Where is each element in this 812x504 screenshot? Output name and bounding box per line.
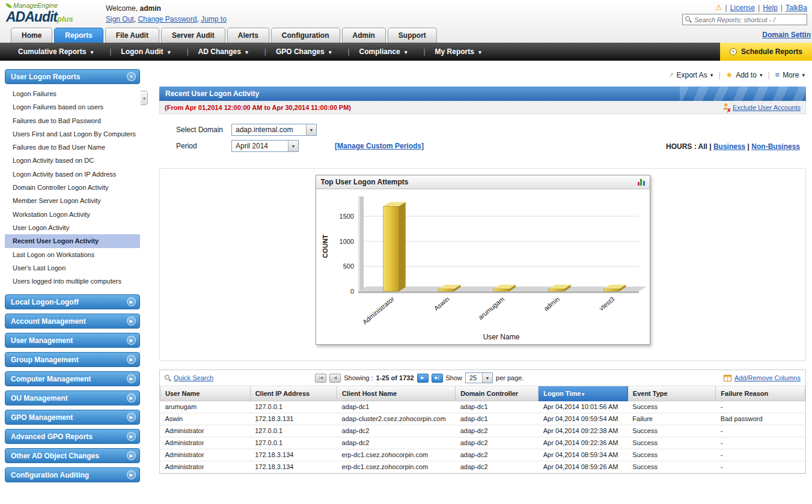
sidebar-item-user-logon-activity[interactable]: User Logon Activity [5,221,140,234]
next-page-button[interactable]: ▶ [417,374,429,383]
expand-arrow-icon: ▶ [127,297,136,306]
jump-to-link[interactable]: Jump to [201,15,227,23]
tab-file-audit[interactable]: File Audit [105,28,159,43]
sidebar-item-user-s-last-logon[interactable]: User's Last Logon [5,261,140,275]
menu-item-gpo-changes[interactable]: GPO Changes ▾ [266,47,348,56]
menu-item-logon-audit[interactable]: Logon Audit ▾ [111,47,186,56]
sidebar-section-user-management[interactable]: User Management▶ [5,333,140,348]
table-row: Aswin172.18.3.131adap-cluster2.csez.zoho… [160,413,805,425]
add-to-button[interactable]: ★ Add to ▾ [726,70,763,79]
tab-alerts[interactable]: Alerts [227,28,269,43]
sidebar-section-local-logon-logoff[interactable]: Local Logon-Logoff▶ [5,294,140,309]
schedule-reports-button[interactable]: Schedule Reports [720,43,812,61]
sidebar-item-logon-activity-based-on-dc[interactable]: Logon Activity based on DC [5,154,140,167]
reports-menu-bar: Cumulative Reports ▾|Logon Audit ▾|AD Ch… [0,43,812,61]
search-input[interactable] [694,16,804,23]
sidebar-item-logon-failures-based-on-users[interactable]: Logon Failures based on users [5,100,140,114]
column-header-logon-time[interactable]: Logon Time▾ [539,386,628,401]
column-header-user-name[interactable]: User Name [160,386,251,401]
license-link[interactable]: License [730,4,755,12]
menu-item-compliance[interactable]: Compliance ▾ [350,47,424,56]
chevron-down-icon: ▾ [760,72,763,78]
hours-business-link[interactable]: Business [713,142,745,151]
table-cell: - [716,449,805,461]
sidebar-item-failures-due-to-bad-password[interactable]: Failures due to Bad Password [5,114,140,127]
menu-item-cumulative-reports[interactable]: Cumulative Reports ▾ [8,47,109,56]
chart-type-icon[interactable] [638,178,645,186]
column-header-client-ip-address[interactable]: Client IP Address [250,386,337,401]
chart-title: Top User Logon Attempts [321,178,409,186]
column-header-client-host-name[interactable]: Client Host Name [337,386,456,401]
sidebar-item-member-server-logon-activity[interactable]: Member Server Logon Activity [5,194,140,207]
sidebar-section-account-management[interactable]: Account Management▶ [5,314,140,329]
sidebar-item-workstation-logon-activity[interactable]: Workstation Logon Activity [5,208,140,221]
search-box[interactable] [682,14,807,25]
first-page-button[interactable]: |◀ [315,374,326,383]
menu-item-my-reports[interactable]: My Reports ▾ [426,47,498,56]
section-label: Other AD Object Changes [11,452,99,460]
export-as-label: Export As [677,71,707,79]
period-select-value: April 2014 [232,142,272,150]
manage-custom-periods-link[interactable]: [Manage Custom Periods] [335,142,424,150]
sign-out-link[interactable]: Sign Out [106,15,134,23]
sidebar-section-group-management[interactable]: Group Management▶ [5,352,140,367]
primary-tabs: HomeReportsFile AuditServer AuditAlertsC… [0,26,812,43]
tab-server-audit[interactable]: Server Audit [161,28,225,43]
sidebar-item-logon-activity-based-on-ip-address[interactable]: Logon Activity based on IP Address [5,168,140,181]
page-size-select[interactable]: 25 ▼ [465,372,493,383]
tab-reports[interactable]: Reports [54,28,103,43]
sidebar-section-computer-management[interactable]: Computer Management▶ [5,371,140,386]
previous-page-button[interactable]: ◀ [329,374,341,383]
product-name: ADAudit [6,9,57,25]
sidebar-section-ou-management[interactable]: OU Management▶ [5,390,140,405]
period-select[interactable]: April 2014 ▼ [231,140,299,152]
sidebar-item-failures-due-to-bad-user-name[interactable]: Failures due to Bad User Name [5,141,140,154]
sidebar-item-users-first-and-last-logon-by-computers[interactable]: Users First and Last Logon By Computers [5,127,140,141]
sidebar-item-logon-failures[interactable]: Logon Failures [5,87,140,100]
export-as-button[interactable]: ↑ Export As ▾ [670,70,713,79]
hours-non-business-link[interactable]: Non-Business [751,142,800,151]
quick-search-link[interactable]: Quick Search [174,374,213,381]
sidebar-section-advanced-gpo-reports[interactable]: Advanced GPO Reports▶ [5,429,140,444]
table-cell: adap-dc1 [456,413,539,425]
add-remove-columns[interactable]: Add/Remove Columns [724,374,801,381]
tab-admin[interactable]: Admin [342,28,386,43]
y-tick-label: 1500 [339,213,353,220]
table-row: arumugam127.0.0.1adap-dc1adap-dc1Apr 04,… [160,401,805,413]
last-page-button[interactable]: ▶| [432,374,443,383]
exclude-user-accounts[interactable]: Exclude User Accounts [722,103,801,111]
change-password-link[interactable]: Change Password [138,15,197,23]
quick-search[interactable]: Quick Search [165,374,213,381]
x-tick-label: Aswin [432,295,450,312]
sidebar: User Logon Reports ▼ Logon FailuresLogon… [5,69,140,482]
column-header-failure-reason[interactable]: Failure Reason [716,386,805,401]
columns-grid-icon [724,375,731,381]
domain-select[interactable]: adap.internal.com ▼ [231,124,317,136]
sidebar-section-user-logon-reports[interactable]: User Logon Reports ▼ [5,69,140,84]
column-header-event-type[interactable]: Event Type [627,386,716,401]
sidebar-item-last-logon-on-workstations[interactable]: Last Logon on Workstations [5,248,140,261]
table-cell: 127.0.0.1 [250,401,337,413]
exclude-user-accounts-link[interactable]: Exclude User Accounts [733,104,801,111]
sidebar-section-gpo-management[interactable]: GPO Management▶ [5,410,140,425]
more-button[interactable]: ≡ More ▾ [775,70,805,79]
table-cell: Success [627,425,716,437]
tab-support[interactable]: Support [388,28,437,43]
sidebar-collapse-handle[interactable]: ◄ [141,91,148,105]
sidebar-section-configuration-auditing[interactable]: Configuration Auditing▶ [5,467,140,482]
tab-home[interactable]: Home [11,28,52,43]
table-cell: Apr 04,2014 08:59:34 AM [539,449,628,461]
sidebar-item-recent-user-logon-activity[interactable]: Recent User Logon Activity [5,234,140,247]
domain-settings-link[interactable]: Domain Settin [762,31,811,39]
bar-side [398,202,405,291]
column-header-domain-controller[interactable]: Domain Controller [456,386,539,401]
sidebar-item-users-logged-into-multiple-computers[interactable]: Users logged into multiple computers [5,275,140,288]
talkback-link[interactable]: TalkBa [786,4,807,12]
menu-item-ad-changes[interactable]: AD Changes ▾ [189,47,264,56]
warning-icon[interactable]: ⚠ [715,3,722,12]
sidebar-section-other-ad-object-changes[interactable]: Other AD Object Changes▶ [5,448,140,463]
tab-configuration[interactable]: Configuration [271,28,340,43]
add-remove-columns-link[interactable]: Add/Remove Columns [734,374,801,381]
help-link[interactable]: Help [763,4,778,12]
sidebar-item-domain-controller-logon-activity[interactable]: Domain Controller Logon Activity [5,181,140,194]
